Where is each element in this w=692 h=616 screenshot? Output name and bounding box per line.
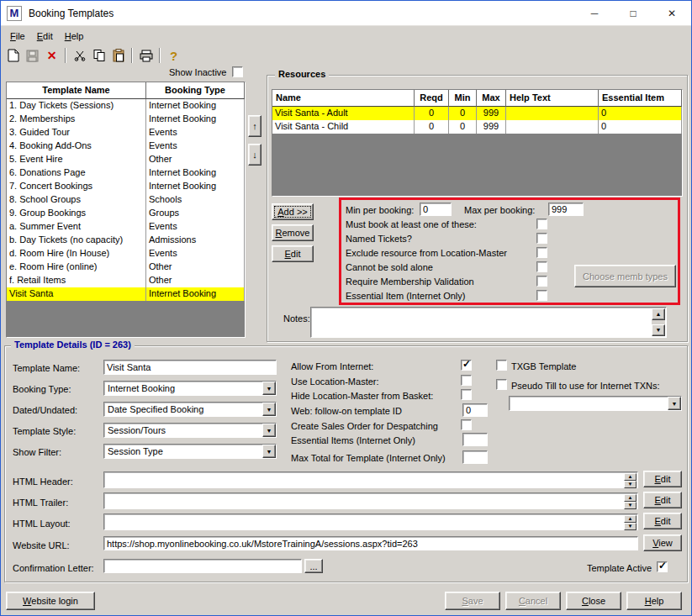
scroll-up-icon[interactable]: ▲ xyxy=(624,473,637,481)
require-membership-checkbox[interactable] xyxy=(536,276,547,287)
menu-edit[interactable]: Edit xyxy=(31,29,59,44)
help-icon[interactable]: ? xyxy=(164,46,183,65)
txgb-checkbox[interactable] xyxy=(496,360,507,371)
template-list-row[interactable]: 3. Guided TourEvents xyxy=(7,126,245,140)
template-list-row[interactable]: b. Day Tickets (no capacity)Admissions xyxy=(7,234,245,247)
exclude-location-checkbox[interactable] xyxy=(536,247,547,258)
new-document-icon[interactable] xyxy=(3,46,23,65)
template-style-select[interactable]: Session/Tours ▼ xyxy=(103,423,277,438)
confirmation-letter-browse-button[interactable]: ... xyxy=(304,559,323,573)
template-list-row[interactable]: 7. Concert BookingsInternet Booking xyxy=(7,180,245,193)
scroll-up-icon[interactable]: ▲ xyxy=(624,494,637,502)
dated-undated-select[interactable]: Date Specified Booking ▼ xyxy=(103,402,277,417)
website-login-button[interactable]: Website login xyxy=(6,592,95,610)
template-list-row[interactable]: 8. School GroupsSchools xyxy=(7,193,245,207)
template-list-row[interactable]: f. Retail ItemsOther xyxy=(7,274,245,287)
html-layout-edit-button[interactable]: Edit xyxy=(643,513,682,529)
essential-item-checkbox[interactable] xyxy=(536,290,547,301)
chevron-down-icon[interactable]: ▼ xyxy=(262,445,276,458)
allow-internet-checkbox[interactable] xyxy=(461,360,472,371)
save-icon[interactable] xyxy=(23,46,42,65)
min-per-booking-input[interactable] xyxy=(420,203,452,216)
essential-items-input[interactable] xyxy=(462,433,488,446)
resource-row[interactable]: Visit Santa - Child009990 xyxy=(272,120,682,134)
pseudo-till-checkbox[interactable] xyxy=(496,379,507,390)
scroll-up-icon[interactable]: ▲ xyxy=(624,515,637,523)
cannot-sold-alone-checkbox[interactable] xyxy=(536,261,547,272)
show-inactive-checkbox[interactable] xyxy=(232,66,243,77)
hide-location-master-checkbox[interactable] xyxy=(461,389,472,400)
chevron-down-icon[interactable]: ▼ xyxy=(262,382,276,395)
scroll-down-icon[interactable]: ▼ xyxy=(624,481,637,488)
move-down-button[interactable]: ↓ xyxy=(248,144,261,166)
website-url-view-button[interactable]: View xyxy=(643,534,682,551)
scroll-up-icon[interactable]: ▲ xyxy=(652,308,665,320)
template-list-row[interactable]: e. Room Hire (online)Other xyxy=(7,261,245,274)
pseudo-till-select[interactable]: ▼ xyxy=(509,396,682,411)
template-active-checkbox[interactable] xyxy=(657,561,668,572)
template-list-row[interactable]: d. Room Hire (In House)Events xyxy=(7,247,245,261)
copy-icon[interactable] xyxy=(89,46,108,65)
resource-row[interactable]: Visit Santa - Adult009990 xyxy=(272,107,682,120)
column-header[interactable]: Essential Item xyxy=(599,90,682,107)
remove-resource-button[interactable]: Remove xyxy=(272,224,314,241)
create-sales-order-checkbox[interactable] xyxy=(461,419,472,430)
template-list-row[interactable]: a. Summer EventEvents xyxy=(7,220,245,234)
maximize-button[interactable]: □ xyxy=(614,1,652,26)
html-layout-input[interactable]: ▲▼ xyxy=(103,513,638,530)
html-header-edit-button[interactable]: Edit xyxy=(643,471,682,487)
show-filter-select[interactable]: Session Type ▼ xyxy=(103,444,277,459)
html-header-input[interactable]: ▲▼ xyxy=(103,471,638,488)
column-header[interactable]: Max xyxy=(477,90,506,107)
template-list-row[interactable]: Visit SantaInternet Booking xyxy=(7,287,245,301)
column-header[interactable]: Template Name xyxy=(7,82,146,99)
cancel-button[interactable]: Cancel xyxy=(505,592,561,610)
confirmation-letter-input[interactable] xyxy=(103,559,302,573)
choose-memb-types-button[interactable]: Choose memb types xyxy=(574,265,676,287)
column-header[interactable]: Name xyxy=(272,90,415,107)
notes-scrollbar[interactable]: ▲ ▼ xyxy=(652,308,665,336)
use-location-master-checkbox[interactable] xyxy=(461,375,472,386)
max-total-input[interactable] xyxy=(462,450,488,464)
scroll-down-icon[interactable]: ▼ xyxy=(624,502,637,509)
scroll-down-icon[interactable]: ▼ xyxy=(624,523,637,530)
column-header[interactable]: Min xyxy=(449,90,477,107)
column-header[interactable]: Help Text xyxy=(506,90,599,107)
html-trailer-input[interactable]: ▲▼ xyxy=(103,492,638,509)
column-header[interactable]: Booking Type xyxy=(146,82,245,99)
delete-icon[interactable]: ✕ xyxy=(42,46,61,65)
save-button[interactable]: Save xyxy=(445,592,500,610)
menu-file[interactable]: File xyxy=(4,29,31,44)
template-list-row[interactable]: 4. Booking Add-OnsEvents xyxy=(7,140,245,153)
template-list-row[interactable]: 2. MembershipsInternet Booking xyxy=(7,113,245,126)
print-icon[interactable] xyxy=(136,46,156,65)
move-up-button[interactable]: ↑ xyxy=(248,115,261,137)
max-per-booking-input[interactable] xyxy=(548,203,584,216)
add-resource-button[interactable]: Add >> xyxy=(272,203,314,220)
chevron-down-icon[interactable]: ▼ xyxy=(262,424,276,437)
template-list-row[interactable]: 9. Group BookingsGroups xyxy=(7,207,245,220)
paste-icon[interactable] xyxy=(108,46,128,65)
notes-input[interactable]: ▲ ▼ xyxy=(310,307,667,338)
help-button[interactable]: Help xyxy=(626,592,682,610)
edit-resource-button[interactable]: Edit xyxy=(272,245,314,262)
chevron-down-icon[interactable]: ▼ xyxy=(668,397,681,410)
named-tickets-checkbox[interactable] xyxy=(536,233,547,244)
template-list-row[interactable]: 5. Event HireOther xyxy=(7,153,245,166)
website-url-input[interactable] xyxy=(103,536,638,550)
cut-icon[interactable] xyxy=(70,46,89,65)
menu-help[interactable]: Help xyxy=(59,29,90,44)
template-name-input[interactable] xyxy=(103,360,277,375)
template-list-row[interactable]: 6. Donations PageInternet Booking xyxy=(7,166,245,180)
must-book-checkbox[interactable] xyxy=(536,218,547,229)
minimize-button[interactable]: ─ xyxy=(575,1,614,26)
scroll-down-icon[interactable]: ▼ xyxy=(652,324,665,336)
web-follow-on-input[interactable] xyxy=(462,403,488,417)
close-window-button[interactable]: Close xyxy=(566,592,621,610)
chevron-down-icon[interactable]: ▼ xyxy=(262,403,276,416)
template-list-row[interactable]: 1. Day Tickets (Sessions)Internet Bookin… xyxy=(7,99,245,113)
close-button[interactable]: ✕ xyxy=(652,1,691,26)
column-header[interactable]: Reqd xyxy=(415,90,449,107)
booking-type-select[interactable]: Internet Booking ▼ xyxy=(103,381,277,396)
html-trailer-edit-button[interactable]: Edit xyxy=(643,492,682,508)
